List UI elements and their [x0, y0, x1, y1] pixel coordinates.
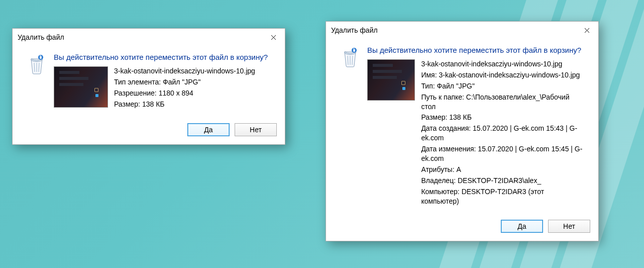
confirmation-question: Вы действительно хотите переместить этот… — [54, 53, 270, 61]
file-size: Размер: 138 КБ — [421, 113, 583, 122]
file-thumbnail — [54, 66, 108, 108]
file-created: Дата создания: 15.07.2020 | G-ek.com 15:… — [421, 124, 583, 143]
yes-button[interactable]: Да — [501, 220, 543, 233]
file-modified: Дата изменения: 15.07.2020 | G-ek.com 15… — [421, 144, 583, 163]
file-name: 3-kak-ostanovit-indeksacziyu-windows-10.… — [421, 59, 583, 69]
window-title: Удалить файл — [331, 26, 575, 34]
titlebar: Удалить файл — [13, 29, 285, 46]
recycle-bin-icon — [341, 46, 359, 68]
confirmation-question: Вы действительно хотите переместить этот… — [367, 46, 583, 54]
file-computer: Компьютер: DESKTOP-T2IDAR3 (этот компьют… — [421, 187, 583, 206]
recycle-bin-icon — [28, 53, 46, 75]
file-type: Тип: Файл "JPG" — [421, 81, 583, 91]
file-size: Размер: 138 КБ — [114, 100, 255, 109]
yes-button[interactable]: Да — [187, 123, 230, 136]
close-button[interactable] — [575, 22, 598, 39]
file-attributes: Атрибуты: A — [421, 165, 583, 174]
file-path: Путь к папке: C:\Пользователи\alex_\Рабо… — [421, 93, 583, 112]
delete-file-dialog-compact: Удалить файл Вы действительно хотите пер… — [12, 28, 285, 145]
file-thumbnail — [367, 59, 415, 101]
close-icon — [584, 28, 590, 33]
no-button[interactable]: Нет — [235, 123, 277, 136]
no-button[interactable]: Нет — [548, 220, 590, 233]
close-button[interactable] — [262, 29, 285, 46]
file-owner: Владелец: DESKTOP-T2IDAR3\alex_ — [421, 176, 583, 186]
file-name-label: Имя: 3-kak-ostanovit-indeksacziyu-window… — [421, 70, 583, 80]
close-icon — [271, 35, 276, 40]
file-name: 3-kak-ostanovit-indeksacziyu-windows-10.… — [114, 66, 255, 76]
window-title: Удалить файл — [18, 33, 262, 41]
file-type: Тип элемента: Файл "JPG" — [114, 77, 255, 87]
button-bar: Да Нет — [326, 215, 598, 241]
titlebar: Удалить файл — [326, 22, 598, 39]
file-resolution: Разрешение: 1180 x 894 — [114, 88, 255, 98]
delete-file-dialog-detailed: Удалить файл Вы действительно хотите пер… — [326, 21, 599, 241]
button-bar: Да Нет — [13, 118, 285, 144]
